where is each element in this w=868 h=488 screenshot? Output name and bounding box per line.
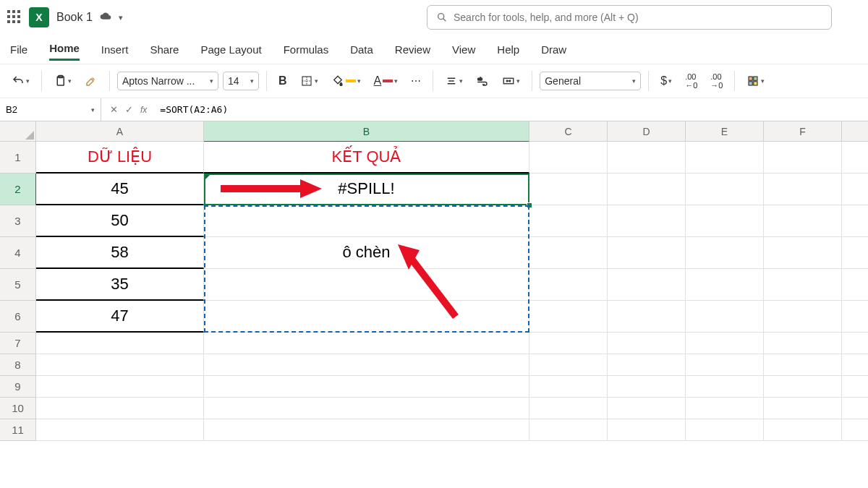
cell-F3[interactable]: [764, 205, 842, 237]
font-color-button[interactable]: A▾: [370, 72, 403, 90]
col-header-G[interactable]: G: [842, 121, 868, 142]
borders-button[interactable]: ▾: [296, 72, 323, 90]
cell-B3[interactable]: [204, 205, 529, 237]
tab-home[interactable]: Home: [49, 38, 80, 61]
cancel-formula-icon[interactable]: ✕: [110, 104, 118, 115]
cell-B7[interactable]: [204, 333, 529, 354]
wrap-text-button[interactable]: ab: [472, 72, 493, 90]
cell-G11[interactable]: [842, 419, 868, 441]
align-center-button[interactable]: ▾: [441, 72, 467, 90]
row-header-10[interactable]: 10: [0, 398, 36, 419]
cell-B6[interactable]: [204, 301, 529, 333]
select-all-corner[interactable]: [0, 121, 36, 142]
cell-A5[interactable]: 35: [36, 269, 204, 301]
cell-F4[interactable]: [764, 237, 842, 269]
cell-D10[interactable]: [608, 398, 686, 419]
col-header-B[interactable]: B: [204, 121, 529, 142]
cell-D6[interactable]: [608, 301, 686, 333]
cell-E11[interactable]: [686, 419, 764, 441]
format-painter-button[interactable]: [80, 72, 102, 90]
row-header-7[interactable]: 7: [0, 333, 36, 354]
tab-page-layout[interactable]: Page Layout: [200, 39, 261, 60]
tab-insert[interactable]: Insert: [101, 39, 129, 60]
row-header-3[interactable]: 3: [0, 205, 36, 237]
cell-C5[interactable]: [529, 269, 608, 301]
cell-C11[interactable]: [529, 419, 608, 441]
tab-formulas[interactable]: Formulas: [284, 39, 329, 60]
cell-A9[interactable]: [36, 376, 204, 398]
cell-G6[interactable]: [842, 301, 868, 333]
cell-E4[interactable]: [686, 237, 764, 269]
cell-E10[interactable]: [686, 398, 764, 419]
merge-button[interactable]: ▾: [498, 72, 524, 90]
font-name-select[interactable]: Aptos Narrow ...▾: [117, 72, 218, 90]
tab-help[interactable]: Help: [497, 39, 519, 60]
cell-C8[interactable]: [529, 354, 608, 376]
cell-E9[interactable]: [686, 376, 764, 398]
row-header-1[interactable]: 1: [0, 142, 36, 174]
decrease-decimal-button[interactable]: .00→0: [706, 69, 727, 93]
cell-C2[interactable]: [529, 174, 608, 205]
row-header-2[interactable]: 2: [0, 174, 36, 205]
name-box[interactable]: B2▾: [0, 98, 101, 121]
tab-draw[interactable]: Draw: [541, 39, 566, 60]
cell-E2[interactable]: [686, 174, 764, 205]
row-header-5[interactable]: 5: [0, 269, 36, 301]
cell-G9[interactable]: [842, 376, 868, 398]
cell-F5[interactable]: [764, 269, 842, 301]
cell-G1[interactable]: [842, 142, 868, 174]
document-title[interactable]: Book 1: [56, 11, 93, 24]
col-header-C[interactable]: C: [529, 121, 608, 142]
cell-E8[interactable]: [686, 354, 764, 376]
cell-A4[interactable]: 58: [36, 237, 204, 269]
app-launcher-icon[interactable]: [7, 10, 22, 25]
cell-D8[interactable]: [608, 354, 686, 376]
col-header-F[interactable]: F: [764, 121, 842, 142]
cell-A1[interactable]: DỮ LIỆU: [36, 142, 204, 174]
search-box[interactable]: [427, 5, 832, 30]
chevron-down-icon[interactable]: ▾: [119, 13, 123, 22]
cell-B2[interactable]: #SPILL!: [204, 174, 529, 205]
cell-E1[interactable]: [686, 142, 764, 174]
undo-button[interactable]: ▾: [7, 72, 34, 90]
row-header-11[interactable]: 11: [0, 419, 36, 441]
cell-A6[interactable]: 47: [36, 301, 204, 333]
cell-B9[interactable]: [204, 376, 529, 398]
col-header-A[interactable]: A: [36, 121, 204, 142]
cell-F10[interactable]: [764, 398, 842, 419]
cell-B1[interactable]: KẾT QUẢ: [204, 142, 529, 174]
cell-E5[interactable]: [686, 269, 764, 301]
cell-D11[interactable]: [608, 419, 686, 441]
cell-F11[interactable]: [764, 419, 842, 441]
cell-B8[interactable]: [204, 354, 529, 376]
cell-E7[interactable]: [686, 333, 764, 354]
cell-G7[interactable]: [842, 333, 868, 354]
cell-G3[interactable]: [842, 205, 868, 237]
formula-input[interactable]: =SORT(A2:A6): [156, 104, 868, 115]
cell-D2[interactable]: [608, 174, 686, 205]
cell-F6[interactable]: [764, 301, 842, 333]
more-font-button[interactable]: ⋯: [407, 72, 425, 90]
cell-D9[interactable]: [608, 376, 686, 398]
cell-C10[interactable]: [529, 398, 608, 419]
cell-A11[interactable]: [36, 419, 204, 441]
cell-A8[interactable]: [36, 354, 204, 376]
cell-D3[interactable]: [608, 205, 686, 237]
cell-G2[interactable]: [842, 174, 868, 205]
col-header-E[interactable]: E: [686, 121, 764, 142]
cell-D7[interactable]: [608, 333, 686, 354]
cell-D5[interactable]: [608, 269, 686, 301]
cell-C9[interactable]: [529, 376, 608, 398]
tab-share[interactable]: Share: [150, 39, 179, 60]
cell-F8[interactable]: [764, 354, 842, 376]
cell-A3[interactable]: 50: [36, 205, 204, 237]
cell-D4[interactable]: [608, 237, 686, 269]
font-size-select[interactable]: 14▾: [223, 72, 259, 90]
cell-A7[interactable]: [36, 333, 204, 354]
number-format-select[interactable]: General▾: [540, 72, 641, 90]
increase-decimal-button[interactable]: .00←0: [681, 69, 702, 93]
cell-F9[interactable]: [764, 376, 842, 398]
col-header-D[interactable]: D: [608, 121, 686, 142]
enter-formula-icon[interactable]: ✓: [125, 104, 133, 115]
cell-E3[interactable]: [686, 205, 764, 237]
